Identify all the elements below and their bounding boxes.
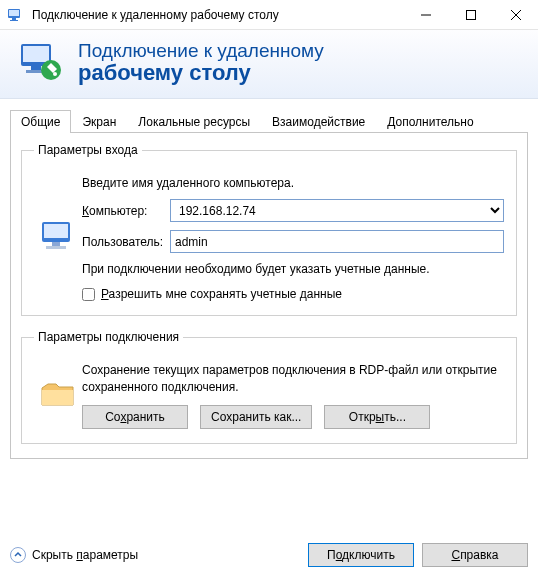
save-credentials-label[interactable]: Разрешить мне сохранять учетные данные bbox=[101, 287, 342, 301]
svg-rect-17 bbox=[46, 246, 66, 249]
tab-panel: Параметры входа Введите имя удаленного к… bbox=[10, 132, 528, 459]
header-line1: Подключение к удаленному bbox=[78, 40, 324, 62]
username-label: Пользователь: bbox=[82, 235, 170, 249]
maximize-button[interactable] bbox=[448, 0, 493, 30]
svg-point-13 bbox=[53, 72, 57, 76]
connection-settings-group: Параметры подключения Сохранение текущих… bbox=[21, 330, 517, 443]
folder-icon bbox=[34, 376, 82, 416]
login-instruction: Введите имя удаленного компьютера. bbox=[82, 175, 504, 191]
connect-button[interactable]: Подключить bbox=[308, 543, 414, 567]
credentials-note: При подключении необходимо будет указать… bbox=[82, 261, 504, 277]
dialog-footer: Скрыть параметры Подключить Справка bbox=[0, 533, 538, 577]
open-button[interactable]: Открыть... bbox=[324, 405, 430, 429]
header-text: Подключение к удаленному рабочему столу bbox=[78, 40, 324, 86]
save-credentials-checkbox[interactable] bbox=[82, 288, 95, 301]
computer-label: Компьютер: bbox=[82, 204, 170, 218]
hide-options-link[interactable]: Скрыть параметры bbox=[32, 548, 138, 562]
tab-experience[interactable]: Взаимодействие bbox=[261, 110, 376, 133]
svg-rect-3 bbox=[10, 20, 18, 21]
tab-advanced[interactable]: Дополнительно bbox=[376, 110, 484, 133]
save-button[interactable]: Сохранить bbox=[82, 405, 188, 429]
header-banner: Подключение к удаленному рабочему столу bbox=[0, 30, 538, 99]
svg-rect-1 bbox=[9, 10, 19, 16]
save-as-button[interactable]: Сохранить как... bbox=[200, 405, 312, 429]
tab-strip: Общие Экран Локальные ресурсы Взаимодейс… bbox=[0, 99, 538, 132]
window-controls bbox=[403, 0, 538, 30]
collapse-icon[interactable] bbox=[10, 547, 26, 563]
tab-display[interactable]: Экран bbox=[71, 110, 127, 133]
svg-rect-16 bbox=[52, 242, 60, 246]
window-title: Подключение к удаленному рабочему столу bbox=[30, 8, 403, 22]
help-button[interactable]: Справка bbox=[422, 543, 528, 567]
username-input[interactable] bbox=[170, 230, 504, 253]
connection-settings-legend: Параметры подключения bbox=[34, 330, 183, 344]
minimize-button[interactable] bbox=[403, 0, 448, 30]
login-settings-group: Параметры входа Введите имя удаленного к… bbox=[21, 143, 517, 316]
svg-rect-9 bbox=[23, 46, 49, 62]
login-settings-legend: Параметры входа bbox=[34, 143, 142, 157]
window-titlebar: Подключение к удаленному рабочему столу bbox=[0, 0, 538, 30]
svg-rect-15 bbox=[44, 224, 68, 238]
app-icon bbox=[0, 7, 30, 23]
tab-local-resources[interactable]: Локальные ресурсы bbox=[127, 110, 261, 133]
svg-rect-10 bbox=[31, 66, 41, 70]
computer-icon bbox=[34, 218, 82, 258]
connection-description: Сохранение текущих параметров подключени… bbox=[82, 362, 504, 394]
svg-rect-5 bbox=[466, 10, 475, 19]
svg-rect-2 bbox=[12, 18, 16, 20]
header-line2: рабочему столу bbox=[78, 60, 324, 86]
computer-combobox[interactable]: 192.168.12.74 bbox=[170, 199, 504, 222]
close-button[interactable] bbox=[493, 0, 538, 30]
tab-general[interactable]: Общие bbox=[10, 110, 71, 133]
rdp-icon bbox=[18, 40, 64, 86]
